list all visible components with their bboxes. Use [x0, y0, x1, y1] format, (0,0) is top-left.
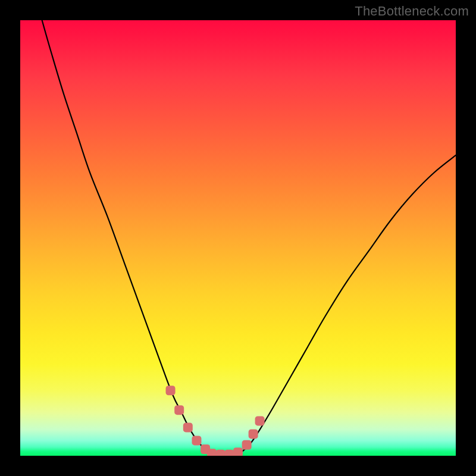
chart-frame: TheBottleneck.com [0, 0, 476, 476]
highlight-marker [249, 429, 258, 439]
highlight-marker [166, 386, 176, 395]
plot-area [20, 20, 456, 456]
highlight-marker [207, 449, 217, 456]
highlight-markers [166, 386, 265, 456]
bottleneck-curve [42, 20, 456, 456]
highlight-marker [216, 450, 226, 456]
watermark-text: TheBottleneck.com [355, 4, 469, 19]
highlight-marker [255, 416, 265, 425]
highlight-marker [233, 447, 243, 456]
highlight-marker [224, 450, 234, 456]
highlight-marker [183, 422, 193, 432]
curve-layer [20, 20, 456, 456]
highlight-marker [192, 436, 201, 445]
highlight-marker [242, 440, 252, 450]
highlight-marker [174, 405, 184, 415]
